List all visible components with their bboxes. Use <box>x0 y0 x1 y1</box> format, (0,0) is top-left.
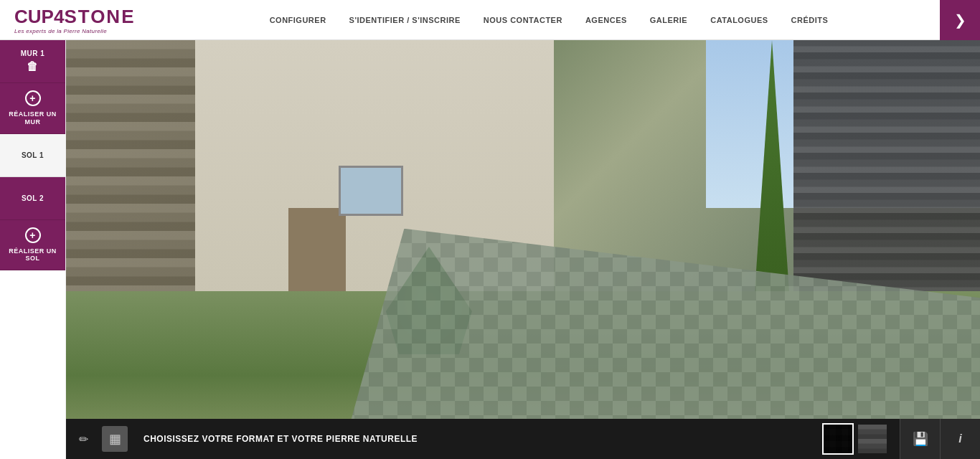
window-element <box>339 166 403 216</box>
brick-icon: ▦ <box>109 431 121 447</box>
nav-configurer[interactable]: CONFIGURER <box>258 16 338 24</box>
bottom-right-actions: 💾 i <box>900 419 980 459</box>
logo-four: 4 <box>54 6 64 28</box>
brick-button[interactable]: ▦ <box>102 426 128 452</box>
texture-dark-grid <box>824 425 852 453</box>
pencil-icon: ✏ <box>79 432 88 446</box>
info-button[interactable]: i <box>940 419 980 459</box>
scene-background <box>66 40 980 459</box>
plus-circle-icon-mur: + <box>25 90 41 106</box>
texture-thumb-2[interactable] <box>857 423 888 455</box>
sidebar-item-mur1-label: MUR 1 <box>21 49 45 57</box>
nav-action-button[interactable]: ❯ <box>940 0 980 40</box>
sidebar-item-sol1[interactable]: SOL 1 <box>0 134 65 177</box>
save-icon: 💾 <box>913 431 928 447</box>
canvas-area: CHOISISSEZ VOTRE FORMAT ET VOTRE PIERRE … <box>66 40 980 459</box>
plus-circle-icon-sol: + <box>25 227 41 243</box>
main-nav: CONFIGURER S'IDENTIFIER / S'INSCRIRE NOU… <box>158 16 940 24</box>
logo-tagline: Les experts de la Pierre Naturelle <box>14 28 158 34</box>
sidebar: MUR 1 🗑 + RÉALISER UN MUR SOL 1 SOL 2 + … <box>0 40 66 459</box>
logo: CUP 4 STONE <box>14 6 158 28</box>
nav-sidentifier[interactable]: S'IDENTIFIER / S'INSCRIRE <box>338 16 472 24</box>
nav-catalogues[interactable]: CATALOGUES <box>699 16 779 24</box>
logo-cupa: CUP <box>14 6 54 28</box>
sidebar-item-mur1[interactable]: MUR 1 🗑 <box>0 40 65 83</box>
logo-area: CUP 4 STONE Les experts de la Pierre Nat… <box>0 6 158 34</box>
sidebar-item-realiser-mur-label: RÉALISER UN MUR <box>4 110 62 126</box>
bottom-instruction-text: CHOISISSEZ VOTRE FORMAT ET VOTRE PIERRE … <box>132 434 811 444</box>
header: CUP 4 STONE Les experts de la Pierre Nat… <box>0 0 980 40</box>
texture-thumb-1[interactable] <box>822 423 854 455</box>
nav-credits[interactable]: CRÉDITS <box>780 16 840 24</box>
info-icon: i <box>958 432 961 445</box>
sidebar-item-sol1-label: SOL 1 <box>22 151 44 159</box>
texture-options <box>811 423 900 455</box>
main-layout: MUR 1 🗑 + RÉALISER UN MUR SOL 1 SOL 2 + … <box>0 40 980 459</box>
nav-agences[interactable]: AGENCES <box>574 16 639 24</box>
sidebar-item-sol2[interactable]: SOL 2 <box>0 177 65 220</box>
save-button[interactable]: 💾 <box>900 419 940 459</box>
bottom-toolbar: CHOISISSEZ VOTRE FORMAT ET VOTRE PIERRE … <box>132 419 980 459</box>
sidebar-bottom: ✏ ▦ <box>66 419 132 459</box>
sidebar-item-sol2-label: SOL 2 <box>22 194 44 202</box>
sidebar-item-realiser-mur[interactable]: + RÉALISER UN MUR <box>0 83 65 134</box>
sidebar-item-realiser-sol-label: RÉALISER UN SOL <box>4 247 62 263</box>
texture-stone-strips <box>858 425 887 453</box>
sidebar-item-realiser-sol[interactable]: + RÉALISER UN SOL <box>0 220 65 271</box>
nav-contact[interactable]: NOUS CONTACTER <box>472 16 574 24</box>
trash-icon: 🗑 <box>27 60 39 73</box>
logo-stone: STONE <box>64 6 135 28</box>
nav-galerie[interactable]: GALERIE <box>639 16 699 24</box>
pencil-button[interactable]: ✏ <box>70 426 96 452</box>
